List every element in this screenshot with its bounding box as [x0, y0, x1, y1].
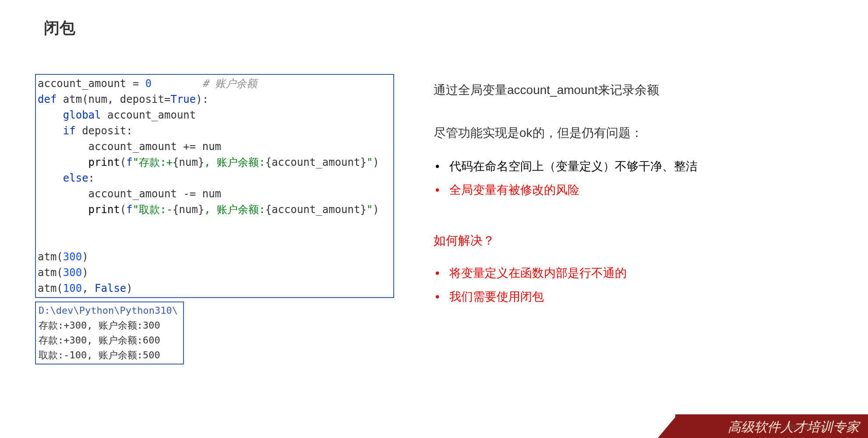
list-item: 将变量定义在函数内部是行不通的 [434, 261, 833, 285]
output-block: D:\dev\Python\Python310\ 存款:+300, 账户余额:3… [35, 301, 184, 364]
output-line: 存款:+300, 账户余额:300 [39, 318, 180, 333]
problems-list: 代码在命名空间上（变量定义）不够干净、整洁全局变量有被修改的风险 [434, 154, 833, 202]
output-line: 存款:+300, 账户余额:600 [39, 333, 180, 348]
list-item: 我们需要使用闭包 [434, 285, 833, 308]
right-heading: 通过全局变量account_amount来记录余额 [434, 82, 833, 98]
page-title: 闭包 [44, 18, 833, 39]
solutions-list: 将变量定义在函数内部是行不通的我们需要使用闭包 [434, 261, 833, 308]
right-subhead: 尽管功能实现是ok的，但是仍有问题： [434, 125, 833, 141]
footer-banner: 高级软件人才培训专家 [658, 414, 868, 438]
output-path: D:\dev\Python\Python310\ [39, 303, 180, 318]
code-block: account_amount = 0 # 账户余额 def atm(num, d… [35, 74, 394, 298]
watermark: CSDN @pangbi [785, 423, 829, 430]
list-item: 代码在命名空间上（变量定义）不够干净、整洁 [434, 154, 833, 178]
list-item: 全局变量有被修改的风险 [434, 178, 833, 202]
output-line: 取款:-100, 账户余额:500 [39, 348, 180, 363]
question-heading: 如何解决？ [434, 232, 833, 249]
